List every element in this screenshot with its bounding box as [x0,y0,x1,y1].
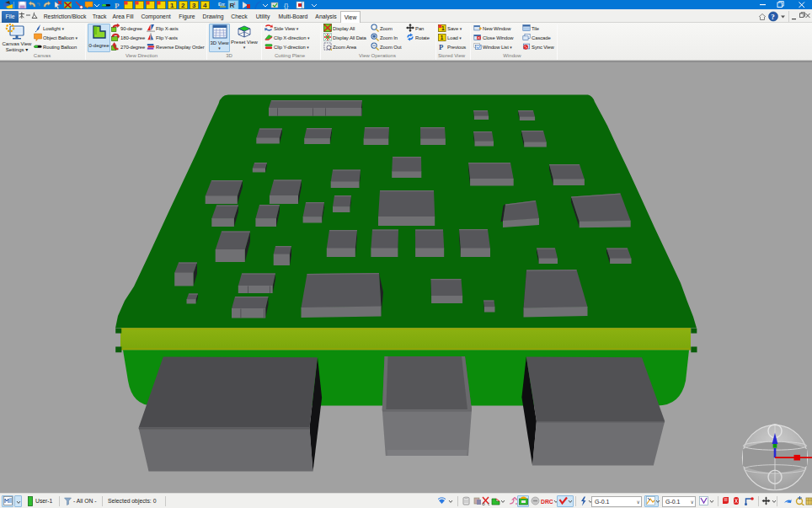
svg-text:2: 2 [181,2,185,9]
svg-text:DRC: DRC [541,499,553,505]
svg-text:1: 1 [441,35,444,40]
svg-text:1: 1 [441,25,445,31]
svg-text:Err: Err [218,2,226,7]
svg-text:{}: {} [284,2,289,9]
svg-text:3: 3 [192,2,196,9]
svg-text:4: 4 [203,2,207,9]
svg-text:1: 1 [170,2,174,9]
svg-text:?: ? [771,13,775,21]
svg-text:P: P [439,43,444,51]
svg-text:P: P [115,2,120,10]
